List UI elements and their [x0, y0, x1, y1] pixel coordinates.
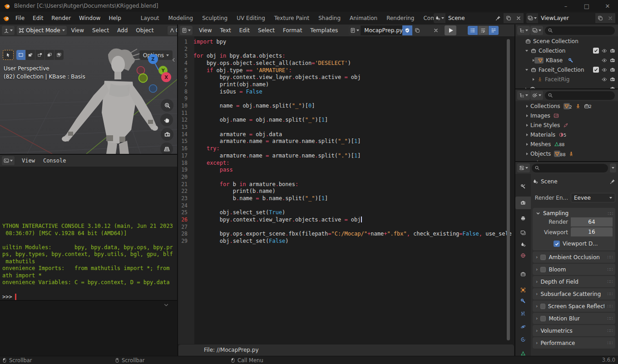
panel-grip[interactable]: ∷∷	[607, 304, 612, 309]
editor-menu-text[interactable]: Text	[216, 25, 235, 36]
panel-depth-of-field[interactable]: ›Depth of Field∷∷	[533, 276, 615, 287]
line-numbers-toggle[interactable]	[468, 26, 478, 35]
blend-data-row-meshes[interactable]: Meshes88	[515, 139, 618, 149]
denoise-checkbox[interactable]	[554, 241, 560, 247]
active-tool-button[interactable]	[3, 50, 14, 60]
panel-grip[interactable]: ∷∷	[607, 255, 612, 260]
editor-menu-select[interactable]: Select	[254, 25, 279, 36]
code-line[interactable]: 7 print(obj.name)	[178, 81, 511, 88]
camera-icon[interactable]	[610, 58, 615, 63]
expand-arrow-icon[interactable]	[526, 114, 528, 117]
select-set-button[interactable]	[16, 50, 25, 60]
panel-checkbox[interactable]	[540, 316, 546, 321]
panel-grip[interactable]: ∷∷	[607, 291, 612, 296]
workspace-tab-shading[interactable]: Shading	[314, 12, 345, 25]
scene-icon-button[interactable]	[434, 13, 445, 23]
menu-window[interactable]: Window	[75, 12, 104, 24]
workspace-tab-texture-paint[interactable]: Texture Paint	[270, 12, 314, 25]
sampling-panel-header[interactable]: Sampling ∷∷	[535, 210, 613, 216]
outliner-editor-type-button[interactable]	[517, 26, 530, 35]
code-line[interactable]: 10 name = obj.name.split("_")[0]	[178, 102, 511, 109]
workspace-tab-rendering[interactable]: Rendering	[382, 12, 419, 25]
properties-tab-modifiers[interactable]	[515, 295, 531, 307]
panel-volumetrics[interactable]: ›Volumetrics∷∷	[533, 325, 615, 336]
properties-options-button[interactable]	[610, 163, 616, 172]
camera-icon[interactable]	[610, 67, 615, 73]
region-menu-chevron-icon[interactable]	[163, 302, 169, 308]
text-browse-button[interactable]	[349, 25, 361, 35]
expand-arrow-icon[interactable]	[526, 143, 528, 146]
code-line[interactable]: 29 obj.select_set(False)	[178, 237, 511, 245]
sampling-value-field[interactable]: 64	[571, 217, 613, 226]
properties-tab-world[interactable]	[515, 249, 531, 262]
expand-arrow-icon[interactable]	[526, 105, 528, 108]
properties-search[interactable]	[532, 164, 608, 172]
pin-icon[interactable]	[610, 179, 615, 184]
outliner-row-faceit-collection[interactable]: Faceit_Collection	[515, 65, 618, 74]
camera-icon[interactable]	[610, 77, 615, 82]
code-line[interactable]: 25 obj.select_set(True)	[178, 209, 511, 216]
eye-icon[interactable]	[602, 58, 607, 63]
panel-checkbox[interactable]	[540, 267, 546, 272]
panel-grip[interactable]: ∷∷	[607, 267, 612, 272]
workspace-tab-compositing[interactable]: Compositing	[419, 12, 434, 25]
console-prompt[interactable]: >>>	[2, 294, 176, 300]
outliner-row[interactable]	[515, 84, 618, 89]
properties-editor-type-button[interactable]	[517, 163, 530, 172]
console-menu-view[interactable]: View	[18, 155, 39, 167]
transform-orientation-button[interactable]: G	[168, 26, 177, 35]
blend-data-row-palettes[interactable]: Palettes	[515, 158, 618, 161]
code-line[interactable]: 1import bpy	[178, 38, 511, 45]
properties-tab-tool[interactable]	[515, 180, 531, 193]
blend-data-row-images[interactable]: Images	[515, 111, 618, 120]
panel-performance[interactable]: ›Performance∷∷	[533, 337, 615, 349]
code-line[interactable]: 28 bpy.ops.export_scene.fbx(filepath="C:…	[178, 231, 511, 238]
expand-arrow-icon[interactable]	[533, 78, 534, 81]
panel-grip[interactable]: ∷∷	[607, 279, 612, 284]
code-line[interactable]: 2	[178, 45, 511, 53]
collapse-arrow-icon[interactable]	[525, 50, 528, 52]
properties-tab-physics[interactable]	[515, 320, 531, 333]
code-line[interactable]: 20	[178, 173, 511, 181]
viewport-menu-select[interactable]: Select	[88, 25, 113, 36]
render-engine-dropdown[interactable]: Eevee	[571, 193, 615, 202]
panel-grip[interactable]: ∷∷	[607, 316, 612, 321]
camera-icon[interactable]	[610, 86, 615, 89]
panel-subsurface-scattering[interactable]: ›Subsurface Scattering∷∷	[533, 288, 615, 300]
new-text-button[interactable]	[412, 25, 422, 35]
blend-data-row-line-styles[interactable]: Line Styles	[515, 120, 618, 130]
code-line[interactable]: 4 bpy.ops.object.select_all(action='DESE…	[178, 59, 511, 67]
blend-data-editor-type-button[interactable]	[517, 91, 530, 100]
viewport-menu-add[interactable]: Add	[113, 25, 132, 36]
panel-grip[interactable]: ∷∷	[607, 340, 612, 345]
console-output[interactable]: YTHON INTERACTIVE CONSOLE 3.10.12 (main,…	[2, 223, 176, 300]
code-line[interactable]: 23 b.name = b.name.split("_")[1]	[178, 195, 511, 202]
eye-icon[interactable]	[602, 77, 607, 82]
panel-checkbox[interactable]	[540, 255, 546, 260]
workspace-tab-animation[interactable]: Animation	[345, 12, 382, 25]
unlink-text-button[interactable]	[431, 25, 440, 35]
console-editor-type-button[interactable]	[2, 156, 15, 165]
code-line[interactable]: 5 if obj.type == 'ARMATURE':	[178, 67, 511, 74]
blend-data-search[interactable]	[545, 91, 615, 100]
menu-render[interactable]: Render	[47, 12, 75, 24]
blend-data-row-collections[interactable]: Collections22	[515, 101, 618, 111]
select-subtract-button[interactable]	[35, 50, 44, 60]
properties-tab-view-layer[interactable]	[515, 226, 531, 239]
outliner-row-kbase[interactable]: KBase	[515, 55, 618, 65]
code-line[interactable]: 14 armature = obj.data	[178, 131, 511, 138]
workspace-tab-uv-editing[interactable]: UV Editing	[232, 12, 270, 25]
workspace-tab-sculpting[interactable]: Sculpting	[198, 12, 232, 25]
code-line[interactable]: 27	[178, 223, 511, 231]
outliner-search[interactable]	[545, 26, 615, 35]
outliner-row-faceitrig[interactable]: FaceitRig	[515, 74, 618, 84]
run-script-button[interactable]	[445, 25, 456, 35]
code-area[interactable]: 1import bpy23for obj in bpy.data.objects…	[178, 38, 511, 245]
scene-unlink-button[interactable]	[514, 13, 524, 23]
properties-tab-constraints[interactable]	[515, 333, 531, 346]
expand-arrow-icon[interactable]	[526, 152, 528, 155]
view-layer-icon-button[interactable]	[526, 13, 538, 23]
panel-screen-space-reflections[interactable]: ›Screen Space Reflections∷∷	[533, 300, 615, 312]
blend-data-row-materials[interactable]: Materials5	[515, 130, 618, 139]
outliner-display-mode-button[interactable]	[530, 26, 543, 35]
